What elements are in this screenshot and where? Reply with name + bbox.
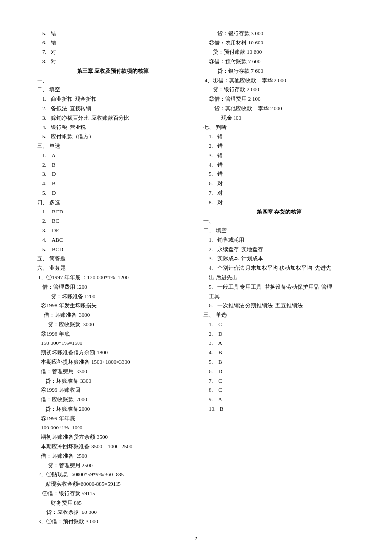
line: ②1998 年发生坏账损失 — [37, 301, 189, 310]
section-2: 二、 填空 — [37, 85, 189, 94]
chapter-4-heading: 第四章 存货的核算 — [203, 207, 355, 216]
line: 借：管理费用 1200 — [37, 282, 189, 292]
line: 5. 应付帐款（借方） — [37, 132, 189, 141]
line: 4、①借：其他应收款—李华 2 000 — [203, 76, 355, 85]
line: 2. B — [37, 160, 189, 170]
line: 5. 错 — [203, 170, 355, 179]
section-1: 一、 — [37, 76, 189, 85]
section-3: 三、 单选 — [37, 141, 189, 151]
line: 1. A — [37, 151, 189, 160]
line: 4. ABC — [37, 235, 189, 245]
line: 3. 错 — [203, 151, 355, 160]
line: ②借：农用材料 10 600 — [203, 38, 355, 47]
line: 出 后进先出 — [203, 273, 355, 282]
line: 4. 个别计价法 月末加权平均 移动加权平均 先进先 — [203, 263, 355, 273]
line: 贷：应收账款 3000 — [37, 320, 189, 329]
section-4: 四、 多选 — [37, 198, 189, 207]
line: 6. D — [203, 367, 355, 376]
line: 6. 对 — [203, 179, 355, 188]
line: 贷：坏账准备 2000 — [37, 404, 189, 414]
line: 8. 对 — [37, 57, 189, 66]
line: ②借：银行存款 59115 — [37, 489, 189, 498]
line: ②借：管理费用 2 100 — [203, 94, 355, 104]
line: 贷：坏账准备 1200 — [37, 292, 189, 301]
line: 9. A — [203, 395, 355, 404]
line: 贷：银行存款 3 000 — [203, 29, 355, 38]
line: 财务费用 885 — [37, 498, 189, 508]
line: ⑤1999 年年底 — [37, 414, 189, 423]
line: 5. 一般工具 专用工具 替换设备劳动保护用品 管理 — [203, 282, 355, 292]
line: 2、①贴现息=60000*59*9%/360=885 — [37, 470, 189, 479]
section-1b: 一、 — [203, 216, 355, 226]
line: 借：坏账准备 3000 — [37, 310, 189, 320]
line: 6. 一次推销法 分期推销法 五五推销法 — [203, 301, 355, 310]
line: 3. 实际成本 计划成本 — [203, 254, 355, 263]
page: 5. 错 6. 错 7. 对 8. 对 第三章 应收及预付款项的核算 一、 二、… — [0, 0, 392, 555]
line: 4. 错 — [203, 160, 355, 170]
section-3b: 三、 单选 — [203, 310, 355, 320]
line: 100 000*1%=1000 — [37, 423, 189, 432]
line: 1、①1997 年年底 ：120 000*1%=1200 — [37, 273, 189, 282]
line: 本期应补提坏账准备 1500+1800=3300 — [37, 357, 189, 367]
line: 借：应收账款 2000 — [37, 395, 189, 404]
line: 2. 错 — [203, 141, 355, 151]
line: 1. BCD — [37, 207, 189, 216]
section-6: 六、 业务题 — [37, 263, 189, 273]
line: 150 000*1%=1500 — [37, 339, 189, 348]
line: 贷：坏账准备 3300 — [37, 376, 189, 385]
line: 现金 100 — [203, 113, 355, 123]
line: 工具 — [203, 292, 355, 301]
two-columns: 5. 错 6. 错 7. 对 8. 对 第三章 应收及预付款项的核算 一、 二、… — [37, 29, 355, 528]
line: 10. B — [203, 404, 355, 414]
section-7: 七、 判断 — [203, 123, 355, 132]
line: 3. D — [37, 170, 189, 179]
line: 期初坏账准备贷方余额 3500 — [37, 432, 189, 442]
section-2b: 二、 填空 — [203, 226, 355, 235]
line: 2. 备抵法 直接转销 — [37, 104, 189, 113]
line: 贷：其他应收款—李华 2 000 — [203, 104, 355, 113]
line: 贴现实收金额=60000-885=59115 — [37, 479, 189, 489]
line: ③借：预付账款 7 600 — [203, 57, 355, 66]
line: 贷：管理费用 2500 — [37, 461, 189, 470]
line: 1. 商业折扣 现金折扣 — [37, 94, 189, 104]
chapter-3-heading: 第三章 应收及预付款项的核算 — [37, 66, 189, 76]
line: 7. 对 — [203, 188, 355, 198]
line: 3. 赊销净额百分比 应收账款百分比 — [37, 113, 189, 123]
line: 5. 错 — [37, 29, 189, 38]
line: 4. B — [37, 179, 189, 188]
line: 7. C — [203, 376, 355, 385]
line: ④1999 坏账收回 — [37, 385, 189, 395]
line: 3、①借：预付账款 3 000 — [37, 517, 189, 526]
line: 5. B — [203, 357, 355, 367]
line: 本期应冲回坏账准备 3500—1000=2500 — [37, 442, 189, 451]
section-5: 五、 简答题 — [37, 254, 189, 263]
line: 7. 对 — [37, 47, 189, 57]
line: ③1998 年底 — [37, 329, 189, 339]
line: 借：管理费用 3300 — [37, 367, 189, 376]
line: 1. 错 — [203, 132, 355, 141]
line: 8. 对 — [203, 198, 355, 207]
line: 8. C — [203, 385, 355, 395]
line: 2. BC — [37, 216, 189, 226]
line: 4. B — [203, 348, 355, 357]
line: 3. A — [203, 339, 355, 348]
line: 贷：银行存款 7 600 — [203, 66, 355, 76]
line: 3. DE — [37, 226, 189, 235]
line: 6. 错 — [37, 38, 189, 47]
line: 5. BCD — [37, 245, 189, 254]
page-number: 2 — [0, 535, 392, 541]
line: 5. D — [37, 188, 189, 198]
line: 贷：预付账款 10 600 — [203, 47, 355, 57]
line: 1. C — [203, 320, 355, 329]
line: 贷：银行存款 2 000 — [203, 85, 355, 94]
line: 贷：应收票据 60 000 — [37, 508, 189, 517]
line: 4. 银行税 营业税 — [37, 123, 189, 132]
line: 借：坏账准备 2500 — [37, 451, 189, 461]
line: 2. 永续盘存 实地盘存 — [203, 245, 355, 254]
line: 1. 销售或耗用 — [203, 235, 355, 245]
line: 期初坏账准备借方余额 1800 — [37, 348, 189, 357]
line: 2. D — [203, 329, 355, 339]
